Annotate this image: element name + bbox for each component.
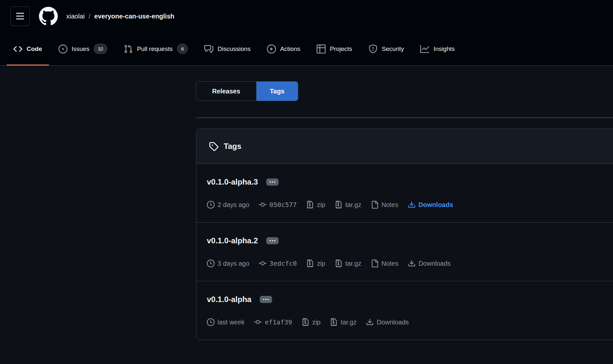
breadcrumb-owner-link[interactable]: xiaolai bbox=[66, 13, 85, 20]
table-icon bbox=[317, 44, 326, 54]
zip-download-link[interactable]: zip bbox=[306, 200, 325, 209]
tag-date-label: 2 days ago bbox=[218, 200, 249, 209]
main-content: Releases Tags Tags v0.1.0-alpha.3 2 days… bbox=[0, 81, 613, 340]
tab-actions[interactable]: Actions bbox=[259, 32, 308, 65]
tab-security[interactable]: Security bbox=[360, 32, 412, 65]
downloads-label: Downloads bbox=[419, 259, 451, 268]
tab-projects[interactable]: Projects bbox=[308, 32, 360, 65]
download-icon bbox=[366, 318, 374, 326]
tab-issues[interactable]: Issues 32 bbox=[50, 32, 116, 65]
comment-discussion-icon bbox=[204, 44, 213, 54]
downloads-link[interactable]: Downloads bbox=[408, 259, 451, 268]
notes-link[interactable]: Notes bbox=[371, 200, 398, 209]
code-icon bbox=[13, 44, 22, 54]
tab-insights-label: Insights bbox=[433, 45, 455, 53]
tag-date-label: 3 days ago bbox=[218, 259, 249, 268]
tab-pull-requests[interactable]: Pull requests 6 bbox=[116, 32, 196, 65]
tag-date-label: last week bbox=[218, 318, 244, 327]
zip-label: zip bbox=[312, 318, 321, 327]
hamburger-menu-button[interactable] bbox=[10, 6, 30, 26]
git-commit-icon bbox=[259, 201, 267, 209]
tab-security-label: Security bbox=[382, 45, 404, 53]
commit-hash-label: 3edcfc0 bbox=[269, 259, 297, 268]
tag-name-link[interactable]: v0.1.0-alpha.2 bbox=[207, 236, 258, 245]
section-divider bbox=[196, 117, 613, 118]
file-zip-icon bbox=[302, 318, 309, 326]
clock-icon bbox=[207, 201, 215, 209]
three-bars-icon bbox=[16, 12, 25, 21]
clock-icon bbox=[207, 260, 215, 267]
file-zip-icon bbox=[306, 260, 314, 267]
tab-issues-label: Issues bbox=[72, 45, 90, 53]
tab-actions-label: Actions bbox=[280, 45, 300, 53]
tag-row: v0.1.0-alpha.3 2 days ago 050c577 zip bbox=[196, 164, 613, 222]
tag-date: 2 days ago bbox=[207, 200, 249, 209]
tag-row: v0.1.0-alpha.2 3 days ago 3edcfc0 zip bbox=[196, 222, 613, 281]
file-icon bbox=[371, 201, 379, 209]
tags-toggle-button[interactable]: Tags bbox=[256, 81, 298, 101]
targz-download-link[interactable]: tar.gz bbox=[335, 200, 361, 209]
targz-label: tar.gz bbox=[345, 200, 361, 209]
zip-download-link[interactable]: zip bbox=[302, 318, 321, 327]
file-zip-icon bbox=[335, 201, 343, 209]
notes-label: Notes bbox=[382, 200, 398, 209]
tag-icon bbox=[209, 141, 219, 151]
file-zip-icon bbox=[306, 201, 314, 209]
downloads-link[interactable]: Downloads bbox=[408, 200, 453, 209]
tag-name-link[interactable]: v0.1.0-alpha bbox=[207, 295, 251, 304]
tag-date: last week bbox=[207, 318, 244, 327]
tag-name-link[interactable]: v0.1.0-alpha.3 bbox=[207, 177, 258, 187]
file-icon bbox=[371, 260, 379, 267]
download-icon bbox=[408, 260, 416, 267]
git-commit-icon bbox=[254, 318, 262, 326]
tags-panel-title: Tags bbox=[224, 142, 241, 151]
tab-discussions-label: Discussions bbox=[218, 45, 250, 53]
targz-download-link[interactable]: tar.gz bbox=[335, 259, 361, 268]
tag-commit-link[interactable]: ef1af39 bbox=[254, 318, 292, 327]
tags-panel: Tags v0.1.0-alpha.3 2 days ago 050c577 bbox=[196, 128, 613, 340]
zip-download-link[interactable]: zip bbox=[306, 259, 325, 268]
tag-commit-link[interactable]: 050c577 bbox=[259, 200, 297, 209]
tag-row: v0.1.0-alpha last week ef1af39 zip bbox=[196, 281, 613, 340]
graph-icon bbox=[420, 44, 429, 54]
download-icon bbox=[408, 201, 416, 209]
releases-tags-toggle: Releases Tags bbox=[196, 81, 298, 101]
zip-label: zip bbox=[317, 259, 325, 268]
downloads-label: Downloads bbox=[377, 318, 409, 327]
notes-label: Notes bbox=[382, 259, 398, 268]
downloads-link[interactable]: Downloads bbox=[366, 318, 409, 327]
app-header: xiaolai / everyone-can-use-english Code … bbox=[0, 0, 613, 66]
issue-opened-icon bbox=[58, 44, 68, 54]
breadcrumb-separator: / bbox=[89, 13, 91, 20]
notes-link[interactable]: Notes bbox=[371, 259, 398, 268]
tab-code-label: Code bbox=[27, 45, 42, 53]
shield-icon bbox=[369, 44, 378, 54]
ellipsis-expander-button[interactable] bbox=[266, 237, 279, 244]
clock-icon bbox=[207, 318, 215, 326]
tab-code[interactable]: Code bbox=[5, 32, 50, 65]
tag-date: 3 days ago bbox=[207, 259, 249, 268]
file-zip-icon bbox=[335, 260, 343, 267]
zip-label: zip bbox=[317, 200, 325, 209]
breadcrumb: xiaolai / everyone-can-use-english bbox=[66, 13, 174, 20]
tab-discussions[interactable]: Discussions bbox=[196, 32, 258, 65]
ellipsis-expander-button[interactable] bbox=[260, 296, 272, 303]
pull-requests-counter-badge: 6 bbox=[177, 43, 188, 54]
issues-counter-badge: 32 bbox=[94, 43, 107, 54]
releases-toggle-button[interactable]: Releases bbox=[196, 81, 256, 101]
targz-label: tar.gz bbox=[341, 318, 357, 327]
github-logo-icon[interactable] bbox=[39, 7, 58, 26]
repo-tab-nav: Code Issues 32 Pull requests 6 Discussio… bbox=[0, 32, 613, 65]
play-icon bbox=[267, 44, 276, 54]
tab-projects-label: Projects bbox=[330, 45, 352, 53]
commit-hash-label: 050c577 bbox=[269, 200, 297, 209]
tag-commit-link[interactable]: 3edcfc0 bbox=[259, 259, 297, 268]
ellipsis-expander-button[interactable] bbox=[266, 178, 279, 186]
tab-insights[interactable]: Insights bbox=[412, 32, 463, 65]
breadcrumb-repo-link[interactable]: everyone-can-use-english bbox=[94, 13, 174, 20]
file-zip-icon bbox=[330, 318, 338, 326]
git-commit-icon bbox=[259, 260, 267, 267]
header-top: xiaolai / everyone-can-use-english bbox=[0, 0, 613, 32]
targz-download-link[interactable]: tar.gz bbox=[330, 318, 357, 327]
downloads-label: Downloads bbox=[419, 200, 453, 209]
